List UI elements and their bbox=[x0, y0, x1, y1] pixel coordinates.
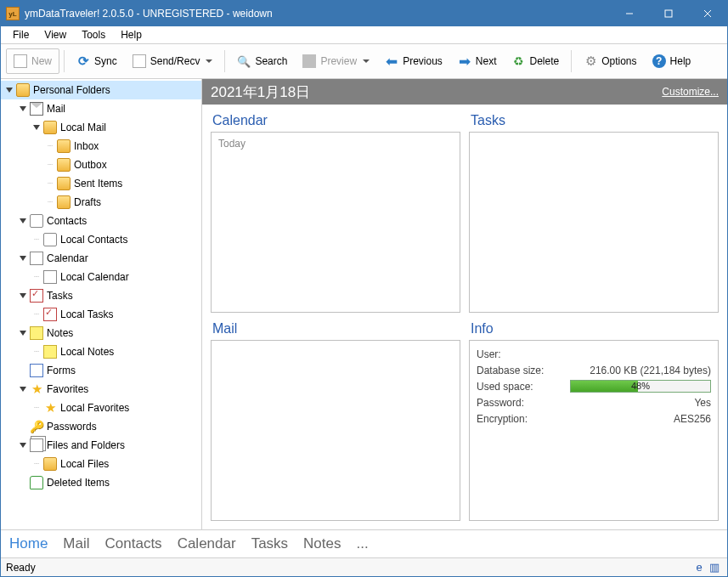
mail-body[interactable] bbox=[211, 340, 460, 521]
layout-icon[interactable]: ▥ bbox=[707, 561, 722, 574]
tree-label: Sent Items bbox=[74, 178, 122, 190]
inbox-icon bbox=[57, 139, 71, 153]
tasks-panel: Tasks bbox=[469, 113, 719, 313]
preview-icon bbox=[302, 54, 316, 68]
delete-button[interactable]: ♻ Delete bbox=[505, 48, 567, 74]
tree-label: Tasks bbox=[47, 290, 73, 302]
menu-view[interactable]: View bbox=[37, 27, 73, 42]
info-row-encryption: Encryption: AES256 bbox=[477, 410, 711, 427]
previous-button[interactable]: ⬅ Previous bbox=[377, 48, 450, 74]
tab-more[interactable]: ... bbox=[357, 535, 369, 552]
info-encryption-value: AES256 bbox=[570, 413, 711, 425]
new-button[interactable]: New bbox=[6, 48, 59, 74]
tree-label: Favorites bbox=[47, 383, 88, 395]
tree-personal-folders[interactable]: Personal Folders bbox=[1, 81, 201, 99]
tree-contacts[interactable]: Contacts bbox=[1, 212, 201, 230]
titlebar: yL ymDataTraveler! 2.0.5.0 - UNREGISTERE… bbox=[1, 1, 727, 26]
calendar-body[interactable]: Today bbox=[211, 132, 460, 313]
sendrecv-icon bbox=[133, 54, 146, 68]
tree-forms[interactable]: Forms bbox=[1, 361, 201, 380]
search-label: Search bbox=[255, 55, 287, 67]
tab-calendar[interactable]: Calendar bbox=[178, 535, 236, 552]
mail-title[interactable]: Mail bbox=[211, 321, 460, 337]
search-button[interactable]: 🔍 Search bbox=[229, 48, 295, 74]
tree-passwords[interactable]: 🔑 Passwords bbox=[1, 417, 201, 436]
toolbar-sep bbox=[571, 50, 572, 72]
tree-sent[interactable]: ┈ Sent Items bbox=[1, 174, 201, 193]
sync-button[interactable]: ⟳ Sync bbox=[69, 48, 125, 74]
folder-tree[interactable]: Personal Folders Mail Local Mail ┈ Inbox… bbox=[1, 79, 202, 529]
key-icon: 🔑 bbox=[30, 420, 43, 433]
statusbar: Ready e ▥ bbox=[1, 557, 727, 576]
tree-deleted[interactable]: Deleted Items bbox=[1, 473, 201, 492]
tree-local-notes[interactable]: ┈ Local Notes bbox=[1, 342, 201, 361]
tree-label: Local Notes bbox=[60, 346, 114, 358]
tree-drafts[interactable]: ┈ Drafts bbox=[1, 193, 201, 212]
tab-notes[interactable]: Notes bbox=[303, 535, 341, 552]
tree-local-mail[interactable]: Local Mail bbox=[1, 118, 201, 137]
tree-connector: ┈ bbox=[43, 142, 57, 150]
new-icon bbox=[14, 54, 27, 68]
tree-connector: ┈ bbox=[30, 273, 43, 281]
ie-icon[interactable]: e bbox=[691, 561, 707, 574]
tree-label: Local Files bbox=[60, 458, 109, 470]
tree-local-calendar[interactable]: ┈ Local Calendar bbox=[1, 268, 201, 286]
status-text: Ready bbox=[6, 562, 36, 574]
app-icon: yL bbox=[6, 7, 20, 20]
menu-help[interactable]: Help bbox=[114, 27, 149, 42]
sync-icon: ⟳ bbox=[76, 54, 90, 68]
tab-contacts[interactable]: Contacts bbox=[105, 535, 162, 552]
tree-favorites[interactable]: ★ Favorites bbox=[1, 380, 201, 399]
tab-home[interactable]: Home bbox=[9, 535, 48, 552]
dropdown-icon bbox=[363, 59, 370, 63]
tree-mail[interactable]: Mail bbox=[1, 99, 201, 118]
tree-outbox[interactable]: ┈ Outbox bbox=[1, 156, 201, 174]
tree-local-files[interactable]: ┈ Local Files bbox=[1, 455, 201, 473]
info-password-label: Password: bbox=[477, 397, 570, 409]
help-label: Help bbox=[670, 55, 691, 67]
tree-connector: ┈ bbox=[30, 235, 43, 244]
close-button[interactable] bbox=[688, 1, 727, 26]
tasks-icon bbox=[30, 289, 43, 303]
calendar-icon bbox=[43, 270, 57, 284]
outbox-icon bbox=[57, 158, 71, 172]
help-icon: ? bbox=[652, 54, 666, 68]
preview-button[interactable]: Preview bbox=[295, 48, 377, 74]
sendrecv-button[interactable]: Send/Recv bbox=[125, 48, 221, 74]
menu-file[interactable]: File bbox=[6, 27, 36, 42]
tree-label: Personal Folders bbox=[33, 84, 110, 96]
info-dbsize-value: 216.00 KB (221,184 bytes) bbox=[570, 365, 711, 376]
menu-tools[interactable]: Tools bbox=[75, 27, 112, 42]
tasks-title[interactable]: Tasks bbox=[469, 113, 719, 128]
tree-local-favorites[interactable]: ┈ ★ Local Favorites bbox=[1, 399, 201, 417]
tasks-body[interactable] bbox=[469, 132, 719, 313]
sendrecv-label: Send/Recv bbox=[150, 55, 200, 67]
tree-files[interactable]: Files and Folders bbox=[1, 436, 201, 455]
next-button[interactable]: ➡ Next bbox=[450, 48, 505, 74]
customize-link[interactable]: Customize... bbox=[662, 86, 719, 98]
tree-notes[interactable]: Notes bbox=[1, 324, 201, 342]
tree-local-contacts[interactable]: ┈ Local Contacts bbox=[1, 230, 201, 249]
tree-calendar[interactable]: Calendar bbox=[1, 249, 201, 268]
tab-mail[interactable]: Mail bbox=[63, 535, 89, 552]
calendar-panel: Calendar Today bbox=[211, 113, 460, 313]
tree-connector: ┈ bbox=[30, 310, 43, 319]
contacts-icon bbox=[43, 233, 57, 246]
options-button[interactable]: ⚙ Options bbox=[576, 48, 644, 74]
maximize-button[interactable] bbox=[649, 1, 688, 26]
calendar-title[interactable]: Calendar bbox=[211, 113, 460, 128]
mail-icon bbox=[30, 102, 43, 116]
tree-label: Local Favorites bbox=[60, 402, 129, 414]
tree-local-tasks[interactable]: ┈ Local Tasks bbox=[1, 305, 201, 324]
star-icon: ★ bbox=[30, 382, 43, 396]
help-button[interactable]: ? Help bbox=[645, 48, 699, 74]
minimize-button[interactable] bbox=[610, 1, 649, 26]
info-row-password: Password: Yes bbox=[477, 394, 711, 410]
tree-connector: ┈ bbox=[43, 161, 57, 169]
tree-inbox[interactable]: ┈ Inbox bbox=[1, 137, 201, 156]
tab-tasks[interactable]: Tasks bbox=[251, 535, 288, 552]
info-title[interactable]: Info bbox=[469, 321, 719, 337]
tree-connector: ┈ bbox=[30, 460, 43, 468]
tree-tasks[interactable]: Tasks bbox=[1, 286, 201, 305]
preview-label: Preview bbox=[320, 55, 357, 67]
